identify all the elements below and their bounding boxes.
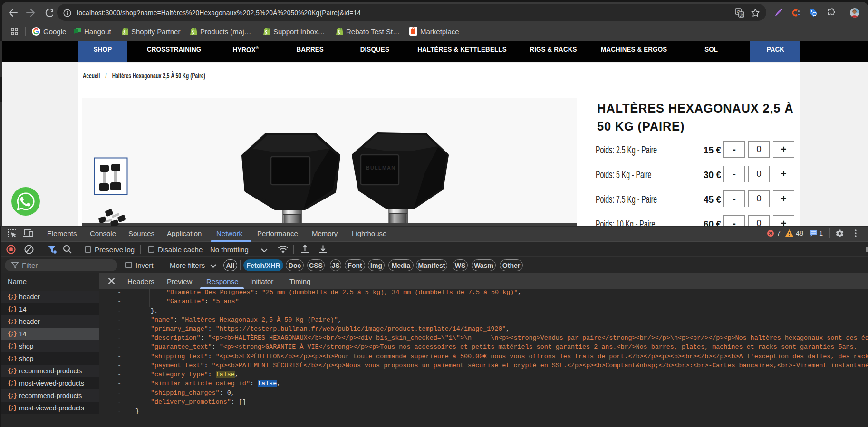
svg-text:文: 文 [740,13,744,17]
svg-text:BULLMAN: BULLMAN [366,165,395,171]
